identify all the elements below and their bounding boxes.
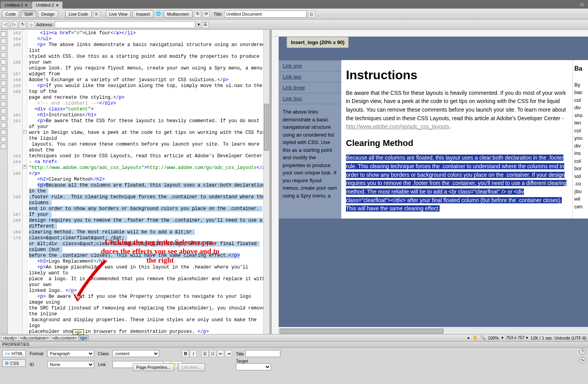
tab-label: Untitled-1 (5, 3, 23, 7)
list-item-button[interactable]: List Item... (178, 363, 205, 371)
status-bar: <p> <body> <div.container> <div.content>… (0, 334, 588, 341)
indent-btn-icon[interactable]: ⇥ (225, 350, 232, 357)
fold-plus-icon[interactable]: + (23, 165, 27, 169)
code-body[interactable]: <li><a href="#">Link four</a></li> </ul>… (27, 30, 269, 334)
open-docs-icon[interactable] (1, 31, 6, 37)
quick-tag-icon[interactable]: ✎ (579, 357, 586, 363)
window-icon[interactable] (579, 2, 585, 7)
clearing-paragraph: Because all the columns are floated, thi… (346, 154, 568, 213)
tag-selector: <body> <div.container> <div.content> <p> (2, 335, 89, 341)
balance-braces-icon[interactable] (1, 59, 6, 65)
syntax-icon[interactable] (1, 80, 6, 86)
logo-placeholder[interactable]: Insert_logo (20% x 90) (287, 37, 349, 48)
multiscreen-button[interactable]: Multiscreen (164, 10, 192, 18)
adc-link[interactable]: http://www.adobe.com/go/adc_css_layouts (346, 123, 449, 130)
zoom-tool-icon[interactable]: 🔍 (480, 335, 486, 340)
zoom-value[interactable]: 100% (488, 336, 499, 340)
right-heading: Ba (574, 65, 582, 72)
bold-icon[interactable]: B (182, 350, 189, 357)
page-size: 12K / 1 sec (531, 336, 552, 340)
html-tab[interactable]: <>HTML (2, 350, 26, 357)
inspect-icon[interactable]: ⎘ (93, 11, 100, 18)
split-button[interactable]: Split (21, 10, 36, 18)
back-icon[interactable]: ◁ (2, 21, 9, 28)
tab-untitled-1[interactable]: Untitled-1× (1, 2, 32, 9)
design-hscrollbar[interactable] (279, 328, 588, 334)
ul-icon[interactable]: ☰ (201, 350, 208, 357)
help-icon[interactable]: ? (579, 348, 586, 355)
css-tab[interactable]: ⊞CSS (2, 359, 26, 367)
instructions-paragraph: Be aware that the CSS for these layouts … (346, 89, 568, 131)
highlight-icon[interactable] (1, 73, 6, 79)
inspect-button[interactable]: Inspect (132, 10, 153, 18)
addr-options-icon[interactable]: ☰ (202, 21, 209, 28)
target-select[interactable] (236, 363, 271, 370)
nav-link-3[interactable]: Link three (279, 82, 341, 93)
collapse-icon[interactable] (1, 38, 6, 44)
word-wrap-icon[interactable] (1, 94, 6, 100)
globe-icon[interactable]: 🌐 (155, 11, 162, 18)
file-mgmt-icon[interactable]: ⎙ (308, 11, 315, 18)
italic-icon[interactable]: I (190, 350, 197, 357)
title-field[interactable] (245, 350, 280, 357)
design-view: Insert_logo (20% x 90) Link one Link two… (272, 30, 588, 334)
hand-tool-icon[interactable]: ✋ (472, 335, 478, 340)
code-scrollbar[interactable] (263, 30, 269, 334)
title-input[interactable] (225, 11, 306, 18)
code-button[interactable]: Code (2, 10, 19, 18)
code-view[interactable]: 1531541551561571581591601611621631641651… (8, 30, 269, 334)
expand-icon[interactable] (1, 45, 6, 51)
home-icon[interactable]: ⌂ (28, 21, 35, 28)
design-canvas[interactable]: Insert_logo (20% x 90) Link one Link two… (279, 37, 588, 327)
nav-link-4[interactable]: Link four (279, 93, 341, 104)
window-dimensions[interactable]: 753 x 757 ▾ (506, 335, 528, 340)
format-icon[interactable] (1, 130, 6, 135)
refresh-addr-icon[interactable]: ↻ (19, 21, 26, 28)
select-tool-icon[interactable]: ▸ (468, 335, 470, 340)
scroll-thumb[interactable] (264, 104, 269, 151)
recent-icon[interactable] (1, 137, 6, 142)
close-icon[interactable]: × (25, 3, 27, 7)
id-label: ID (30, 362, 43, 367)
fold-minus-icon[interactable]: − (23, 130, 27, 133)
nav-link-1[interactable]: Link one (279, 60, 341, 71)
select-parent-icon[interactable] (1, 52, 6, 58)
outdent-icon[interactable] (1, 123, 6, 128)
design-button[interactable]: Design (38, 10, 58, 18)
auto-indent-icon[interactable] (1, 87, 6, 93)
tab-untitled-2[interactable]: Untitled-2× (32, 2, 63, 9)
properties-header[interactable]: PROPERTIES (0, 341, 588, 348)
content-area[interactable]: Instructions Be aware that the CSS for t… (341, 60, 572, 219)
stop-icon[interactable]: ⟳ (203, 11, 210, 18)
tag-div-container[interactable]: <div.container> (18, 335, 50, 341)
right-text: Bybaccoldivsholencolyoudivinscolborsid.c… (574, 82, 583, 210)
fold-column[interactable]: − + (23, 30, 27, 334)
address-input[interactable] (55, 21, 195, 28)
link-label: Link (98, 362, 109, 367)
live-code-button[interactable]: Live Code (65, 10, 92, 18)
outdent-btn-icon[interactable]: ⇤ (217, 350, 224, 357)
tag-p[interactable]: <p> (78, 335, 89, 341)
line-gutter: 1531541551561571581591601611621631641651… (8, 30, 23, 334)
indent-icon[interactable] (1, 116, 6, 121)
live-view-button[interactable]: Live View (106, 10, 131, 18)
title-field-label: Title (236, 352, 244, 356)
id-select[interactable]: None (47, 361, 94, 368)
move-icon[interactable] (1, 144, 6, 149)
close-icon[interactable]: × (56, 3, 59, 7)
class-select[interactable]: content (112, 350, 159, 357)
hidden-chars-icon[interactable] (1, 101, 6, 107)
tag-div-content[interactable]: <div.content> (50, 335, 78, 341)
ol-icon[interactable]: ☷ (209, 350, 216, 357)
title-label: Title: (214, 12, 223, 16)
format-select[interactable]: Paragraph (47, 350, 94, 357)
nav-link-2[interactable]: Link two (279, 71, 341, 82)
page-properties-button[interactable]: Page Properties... (133, 363, 174, 371)
line-numbers-icon[interactable] (1, 66, 6, 72)
document-tab-bar: Untitled-1× Untitled-2× (0, 0, 588, 9)
hscroll-thumb[interactable] (280, 329, 444, 334)
forward-icon[interactable]: ▷ (11, 21, 18, 28)
snippet-icon[interactable] (1, 108, 6, 114)
refresh-icon[interactable]: ↻ (194, 11, 201, 18)
tag-body[interactable]: <body> (1, 335, 19, 341)
